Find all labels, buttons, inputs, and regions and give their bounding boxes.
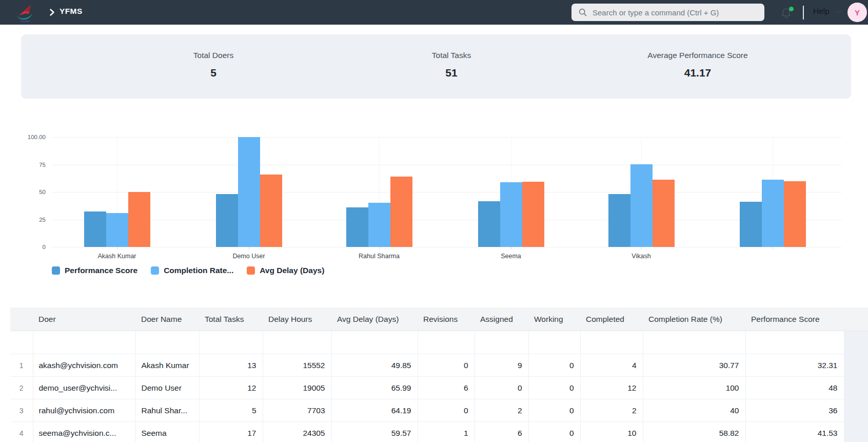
search-input[interactable] [591, 8, 760, 17]
table-cell[interactable]: 24305 [263, 422, 331, 442]
column-header-assigned[interactable]: Assigned [475, 308, 528, 331]
table-cell[interactable]: 9 [475, 354, 528, 377]
table-cell[interactable]: 65.99 [331, 377, 418, 399]
table-cell[interactable]: 2 [580, 399, 643, 422]
column-header-doer[interactable]: Doer [33, 308, 135, 331]
legend-item[interactable]: Performance Score [52, 266, 137, 275]
table-cell[interactable]: 4 [580, 354, 643, 377]
table-cell[interactable]: 0 [418, 354, 475, 377]
column-header-delay-hours[interactable]: Delay Hours [263, 308, 331, 331]
filter-cell[interactable] [199, 331, 263, 354]
chart-bar[interactable] [346, 207, 368, 247]
chart-bar[interactable] [106, 213, 128, 247]
table-cell[interactable]: 15552 [263, 354, 331, 377]
table-cell[interactable]: rahul@ychvision.com [33, 399, 135, 422]
chart-bar[interactable] [630, 164, 653, 247]
column-header-rownum[interactable] [10, 308, 33, 331]
filter-cell[interactable] [331, 331, 418, 354]
column-header-completion-rate[interactable]: Completion Rate (%) [643, 308, 745, 331]
chart-bar[interactable] [784, 181, 806, 247]
chart-bar[interactable] [653, 180, 675, 247]
table-cell[interactable]: 19005 [263, 377, 331, 399]
table-cell[interactable]: Demo User [135, 377, 199, 399]
chart-bar[interactable] [740, 202, 762, 247]
table-cell[interactable]: 17 [199, 422, 263, 442]
table-cell[interactable]: 0 [528, 354, 580, 377]
table-cell[interactable]: 36 [745, 399, 844, 422]
chart-bar[interactable] [478, 201, 500, 247]
table-cell[interactable]: 30.77 [643, 354, 745, 377]
filter-cell[interactable] [475, 331, 528, 354]
filter-cell[interactable] [745, 331, 844, 354]
table-cell[interactable]: 41.53 [745, 422, 844, 442]
help-menu[interactable]: Help [813, 7, 830, 16]
filter-cell[interactable] [580, 331, 643, 354]
user-avatar[interactable]: Y [847, 3, 867, 22]
app-logo-icon[interactable]: ychvision [15, 2, 35, 23]
column-header-avg-delay-days[interactable]: Avg Delay (Days) [331, 308, 418, 331]
row-number[interactable]: 3 [10, 399, 33, 422]
column-header-doer-name[interactable]: Doer Name [135, 308, 199, 331]
column-header-performance-score[interactable]: Performance Score [745, 308, 844, 331]
table-cell[interactable]: Seema [135, 422, 199, 442]
chart-bar[interactable] [84, 212, 106, 247]
table-cell[interactable]: 58.82 [643, 422, 745, 442]
table-cell[interactable]: Akash Kumar [135, 354, 199, 377]
column-header-working[interactable]: Working [528, 308, 580, 331]
chart-bar[interactable] [500, 182, 522, 247]
row-number[interactable]: 2 [10, 377, 33, 399]
table-cell[interactable]: seema@ychvision.c... [33, 422, 135, 442]
table-cell[interactable]: 0 [528, 377, 580, 399]
column-header-completed[interactable]: Completed [580, 308, 643, 331]
chart-bar[interactable] [238, 137, 260, 247]
chart-bar[interactable] [368, 203, 390, 247]
table-cell[interactable]: 59.57 [331, 422, 418, 442]
table-cell[interactable]: 6 [475, 422, 528, 442]
legend-item[interactable]: Completion Rate... [151, 266, 233, 275]
table-cell[interactable]: 40 [643, 399, 745, 422]
filter-cell[interactable] [10, 331, 33, 354]
filter-cell[interactable] [418, 331, 475, 354]
column-header-revisions[interactable]: Revisions [418, 308, 475, 331]
chart-bar[interactable] [128, 192, 150, 247]
row-number[interactable]: 1 [10, 354, 33, 377]
table-cell[interactable]: 64.19 [331, 399, 418, 422]
table-cell[interactable]: 10 [580, 422, 643, 442]
chart-bar[interactable] [762, 180, 784, 247]
table-cell[interactable]: 2 [475, 399, 528, 422]
table-cell[interactable]: 100 [643, 377, 745, 399]
global-search[interactable] [571, 4, 764, 21]
filter-cell[interactable] [263, 331, 331, 354]
table-cell[interactable]: 7703 [263, 399, 331, 422]
chart-bar[interactable] [390, 177, 412, 247]
table-cell[interactable]: akash@ychvision.com [33, 354, 135, 377]
table-cell[interactable]: 1 [418, 422, 475, 442]
chart-bar[interactable] [216, 194, 238, 247]
filter-cell[interactable] [643, 331, 745, 354]
notifications-button[interactable] [781, 7, 794, 21]
column-header-total-tasks[interactable]: Total Tasks [199, 308, 263, 331]
table-cell[interactable]: 32.31 [745, 354, 844, 377]
chart-bar[interactable] [608, 194, 630, 247]
table-cell[interactable]: Rahul Shar... [135, 399, 199, 422]
table-cell[interactable]: 13 [199, 354, 263, 377]
chart-bar[interactable] [522, 182, 544, 247]
row-number[interactable]: 4 [10, 422, 33, 442]
table-cell[interactable]: 12 [199, 377, 263, 399]
table-cell[interactable]: 5 [199, 399, 263, 422]
table-cell[interactable]: 49.85 [331, 354, 418, 377]
filter-cell[interactable] [528, 331, 580, 354]
table-cell[interactable]: 6 [418, 377, 475, 399]
page-title[interactable]: YFMS [60, 7, 83, 16]
chart-bar[interactable] [260, 175, 282, 247]
table-cell[interactable]: 0 [528, 399, 580, 422]
filter-cell[interactable] [33, 331, 135, 354]
table-cell[interactable]: 48 [745, 377, 844, 399]
filter-cell[interactable] [135, 331, 199, 354]
legend-item[interactable]: Avg Delay (Days) [247, 266, 324, 275]
table-cell[interactable]: 12 [580, 377, 643, 399]
table-cell[interactable]: 0 [528, 422, 580, 442]
table-cell[interactable]: 0 [475, 377, 528, 399]
table-cell[interactable]: demo_user@ychvisi... [33, 377, 135, 399]
table-cell[interactable]: 0 [418, 399, 475, 422]
